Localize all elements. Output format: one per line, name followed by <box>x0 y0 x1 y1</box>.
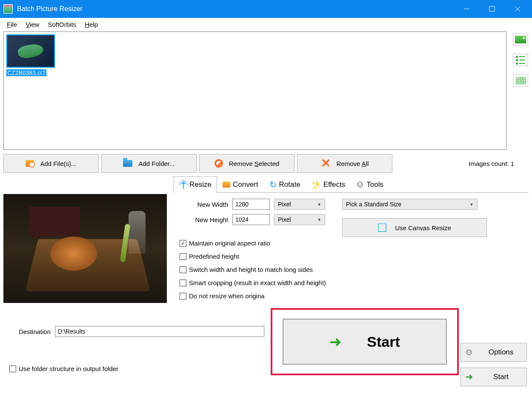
folder-structure-label: Use folder structure in output folder <box>19 365 118 372</box>
big-start-label: Start <box>367 334 400 350</box>
switch-wh-label: Switch width and height to match long si… <box>189 266 313 273</box>
maintain-ratio-label: Maintain original aspect ratio <box>189 240 270 247</box>
minimize-button[interactable] <box>454 0 479 18</box>
thumbnail-image <box>6 34 55 68</box>
new-height-input[interactable] <box>232 214 270 225</box>
canvas-icon <box>378 223 386 232</box>
chevron-down-icon: ▼ <box>317 202 321 207</box>
standard-size-select[interactable]: Pick a Standard Size▼ <box>342 199 478 210</box>
maintain-ratio-checkbox[interactable]: ✓ <box>180 240 186 247</box>
tabs-bar: ⇱Resize Convert ↻Rotate ✨Effects ⚙Tools <box>174 176 529 193</box>
app-icon <box>3 4 13 14</box>
rotate-icon: ↻ <box>269 180 277 190</box>
remove-selected-button[interactable]: Remove Selected <box>199 154 295 173</box>
add-files-label: Add File(s)... <box>40 160 76 167</box>
folder-icon <box>123 160 132 167</box>
chevron-down-icon: ▼ <box>317 217 321 222</box>
view-mode-column <box>512 31 529 150</box>
view-grid-button[interactable] <box>513 74 528 87</box>
new-width-label: New Width <box>180 201 228 208</box>
predefined-height-checkbox[interactable] <box>180 253 186 260</box>
gear-icon: ⚙ <box>356 180 364 190</box>
preview-image <box>3 194 167 303</box>
destination-input[interactable] <box>55 326 264 337</box>
new-width-input[interactable] <box>232 199 270 210</box>
effects-icon: ✨ <box>310 178 323 191</box>
maximize-button[interactable] <box>479 0 505 18</box>
options-button[interactable]: ⚙Options <box>460 343 527 362</box>
gear-icon: ⚙ <box>465 347 473 357</box>
tab-rotate[interactable]: ↻Rotate <box>264 176 306 193</box>
svg-rect-1 <box>489 6 495 11</box>
resize-icon: ⇱ <box>176 178 189 191</box>
do-not-resize-checkbox[interactable] <box>180 293 186 300</box>
start-button[interactable]: ➜Start <box>460 368 527 386</box>
remove-icon <box>215 159 223 168</box>
do-not-resize-label: Do not resize when origina <box>189 292 265 300</box>
thumbnail-item[interactable]: CZ2B0383.cr2 <box>6 34 57 76</box>
destination-label: Destination <box>19 328 51 335</box>
remove-selected-label: Remove Selected <box>229 160 279 167</box>
remove-all-label: Remove All <box>337 160 369 167</box>
arrow-right-icon: ➜ <box>465 371 473 383</box>
start-highlight-box: ➜ Start <box>271 308 459 375</box>
width-unit-select[interactable]: Pixel▼ <box>274 199 325 210</box>
add-folder-button[interactable]: Add Folder... <box>101 154 197 173</box>
x-icon: ✕ <box>321 157 331 169</box>
menu-view[interactable]: View <box>22 20 43 29</box>
grid-icon <box>516 77 526 84</box>
convert-icon <box>223 182 230 188</box>
list-icon <box>516 56 525 65</box>
view-thumbnails-button[interactable] <box>513 33 528 46</box>
close-button[interactable] <box>505 0 530 18</box>
resize-tab-body: New Width Pixel▼ New Height Pixel▼ Pick … <box>174 192 529 310</box>
add-files-button[interactable]: Add File(s)... <box>3 154 99 173</box>
right-buttons-column: ⚙Options ➜Start <box>460 343 527 386</box>
predefined-height-label: Predefined height <box>189 253 239 260</box>
smart-crop-label: Smart cropping (result in exact width an… <box>189 279 326 286</box>
add-folder-label: Add Folder... <box>138 160 174 167</box>
remove-all-button[interactable]: ✕Remove All <box>297 154 392 173</box>
window-title: Batch Picture Resizer <box>17 5 454 13</box>
switch-wh-checkbox[interactable] <box>180 266 186 273</box>
title-bar: Batch Picture Resizer <box>0 0 532 18</box>
picture-icon <box>515 36 526 43</box>
thumbnails-panel[interactable]: CZ2B0383.cr2 <box>3 31 506 150</box>
tab-tools[interactable]: ⚙Tools <box>351 176 389 193</box>
tab-convert[interactable]: Convert <box>217 176 264 193</box>
thumbnail-filename: CZ2B0383.cr2 <box>6 69 46 76</box>
menu-bar: File View SoftOrbits Help <box>0 18 532 31</box>
new-height-label: New Height <box>180 216 228 223</box>
big-start-button[interactable]: ➜ Start <box>283 319 447 365</box>
chevron-down-icon: ▼ <box>469 202 474 207</box>
settings-tabs-area: ⇱Resize Convert ↻Rotate ✨Effects ⚙Tools … <box>174 175 529 322</box>
menu-file[interactable]: File <box>3 20 20 29</box>
smart-crop-checkbox[interactable] <box>180 280 186 286</box>
height-unit-select[interactable]: Pixel▼ <box>274 214 325 225</box>
file-icon <box>26 160 34 167</box>
view-list-button[interactable] <box>513 54 528 66</box>
images-count: Images count: 1 <box>469 160 514 167</box>
folder-structure-checkbox[interactable] <box>9 365 16 372</box>
action-toolbar: Add File(s)... Add Folder... Remove Sele… <box>0 150 532 175</box>
menu-softorbits[interactable]: SoftOrbits <box>44 20 80 29</box>
preview-panel <box>3 175 169 322</box>
arrow-right-icon: ➜ <box>329 333 341 350</box>
menu-help[interactable]: Help <box>81 20 101 29</box>
canvas-resize-button[interactable]: Use Canvas Resize <box>342 218 487 237</box>
tab-resize[interactable]: ⇱Resize <box>174 176 217 193</box>
tab-effects[interactable]: ✨Effects <box>306 176 351 193</box>
